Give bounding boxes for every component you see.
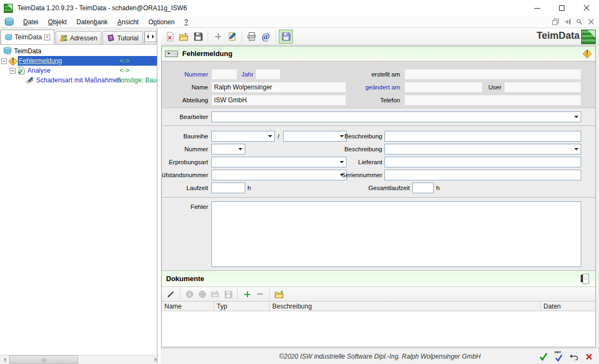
edit-note-button[interactable] xyxy=(225,30,239,44)
scrollbar-thumb[interactable] xyxy=(9,355,78,364)
plus-icon xyxy=(215,33,221,39)
window-title: TeimData 1.20.9.23 - TeimData - schaden@… xyxy=(17,4,187,12)
laufzeit-input[interactable] xyxy=(211,183,245,193)
chevron-down-icon[interactable] xyxy=(236,144,245,154)
save-document-button[interactable] xyxy=(222,288,235,300)
open-document-button[interactable] xyxy=(209,288,222,300)
cancel-icon[interactable] xyxy=(584,352,594,361)
beschreibung2-combobox[interactable] xyxy=(384,144,581,155)
chevron-down-icon[interactable] xyxy=(572,144,581,154)
save-record-button[interactable] xyxy=(191,30,205,44)
detail-section: Baureihe / Beschreibung Nummer Beschreib… xyxy=(162,125,595,197)
status-bar: ©2020 ISW industrielle Software Dipl.-In… xyxy=(161,348,599,364)
object-tab-bar: TeimData + Adressen ? Tutorial Re xyxy=(0,28,157,45)
maximize-button[interactable] xyxy=(549,0,574,16)
main-toolbar: @ TeimData xyxy=(161,28,599,45)
spellcheck-icon[interactable]: ABC xyxy=(554,352,563,361)
database-icon xyxy=(5,34,12,40)
telefon-field[interactable] xyxy=(404,95,581,106)
tab-adressen[interactable]: Adressen xyxy=(56,31,102,44)
seriennummer-label: Seriennummer xyxy=(329,170,382,180)
scroll-right-button[interactable] xyxy=(148,355,157,364)
float-window-icon[interactable] xyxy=(552,18,559,25)
pin-icon[interactable] xyxy=(576,18,583,25)
delete-record-button[interactable] xyxy=(163,30,177,44)
tree-horizontal-scrollbar[interactable] xyxy=(0,355,157,364)
user-field[interactable] xyxy=(504,82,581,93)
menu-help[interactable]: ? xyxy=(180,17,193,27)
tab-scroll-right-button[interactable] xyxy=(150,32,156,41)
chevron-down-icon[interactable] xyxy=(265,131,274,141)
nummer-combobox[interactable] xyxy=(211,144,245,155)
tab-scroll-left-button[interactable] xyxy=(145,32,150,41)
fehlermeldung-form: ::::: Fehlermeldung ! Nummer Jahr erstel… xyxy=(161,46,596,347)
collapse-icon[interactable] xyxy=(1,58,7,64)
close-icon xyxy=(583,5,590,11)
database-menu-icon[interactable] xyxy=(4,18,14,26)
erprobungsart-combobox[interactable] xyxy=(211,157,347,167)
dock-window-icon[interactable] xyxy=(564,18,571,25)
gesamtlaufzeit-input[interactable] xyxy=(412,183,434,193)
fehler-textarea[interactable] xyxy=(211,201,581,267)
lieferant-input[interactable] xyxy=(384,157,581,167)
close-button[interactable] xyxy=(574,0,599,16)
tree-item-value: Sonstige; Bau xyxy=(116,76,157,84)
pruefstandsnummer-combobox[interactable] xyxy=(211,170,347,180)
tab-tutorial[interactable]: ? Tutorial xyxy=(102,31,143,44)
menu-datei[interactable]: Datei xyxy=(18,17,43,27)
dokumente-title: Dokumente xyxy=(166,275,204,283)
menu-datenbank[interactable]: Datenbank xyxy=(72,17,113,27)
dokumente-table-body[interactable] xyxy=(162,311,595,347)
tree-item-analyse[interactable]: Analyse <-> xyxy=(0,66,157,75)
remove-document-button[interactable] xyxy=(253,288,266,300)
edit-document-button[interactable] xyxy=(164,288,177,300)
tree-item-label: Schadensart mit Maßnahmen xyxy=(36,76,121,84)
tree-item-value: <-> xyxy=(120,57,129,65)
column-header-typ[interactable]: Typ xyxy=(214,302,270,311)
toolbar-separator xyxy=(269,288,270,300)
tree-item-fehlermeldung[interactable]: ! Fehlermeldung <-> xyxy=(0,56,157,66)
column-header-daten[interactable]: Daten xyxy=(541,302,595,311)
beschreibung1-input[interactable] xyxy=(384,131,581,142)
tree-root[interactable]: TeimData xyxy=(0,46,157,56)
seriennummer-input[interactable] xyxy=(384,170,581,180)
bearbeiter-combobox[interactable] xyxy=(211,111,581,122)
menu-ansicht[interactable]: Ansicht xyxy=(113,17,143,27)
fehler-label: Fehler xyxy=(162,201,208,212)
chevron-down-icon[interactable] xyxy=(572,112,581,122)
column-header-name[interactable]: Name xyxy=(162,302,214,311)
import-folder-button[interactable] xyxy=(272,288,285,300)
baureihe-combobox-1[interactable] xyxy=(211,131,275,142)
gesamtlaufzeit-unit: h xyxy=(436,183,439,193)
menu-objekt[interactable]: Objekt xyxy=(43,17,72,27)
open-record-button[interactable] xyxy=(177,30,191,44)
info-button[interactable]: i xyxy=(183,288,196,300)
close-panel-icon[interactable] xyxy=(588,18,595,25)
validate-ok-icon[interactable] xyxy=(539,352,548,361)
column-header-beschreibung[interactable]: Beschreibung xyxy=(270,302,541,311)
erstellt-am-field[interactable] xyxy=(404,69,581,80)
add-record-button[interactable] xyxy=(211,30,225,44)
tab-teimdata[interactable]: TeimData + xyxy=(1,30,54,44)
undo-icon[interactable] xyxy=(569,352,579,361)
email-button[interactable]: @ xyxy=(259,30,273,44)
pen-paper-icon xyxy=(25,76,34,85)
collapse-icon[interactable] xyxy=(10,68,16,74)
tree-root-label: TeimData xyxy=(14,47,42,55)
bearbeiter-section: Bearbeiter xyxy=(162,108,595,125)
jahr-field[interactable] xyxy=(256,69,280,80)
expand-plus-icon[interactable]: + xyxy=(44,34,50,40)
tree-item-schadensart[interactable]: Schadensart mit Maßnahmen Sonstige; Bau xyxy=(0,75,157,85)
form-widget-icon: ::::: xyxy=(165,51,178,57)
toolbar-separator xyxy=(276,31,276,43)
abteilung-field[interactable]: ISW GmbH xyxy=(211,95,346,106)
add-document-button[interactable] xyxy=(240,288,253,300)
telefon-label: Telefon xyxy=(340,95,400,106)
print-button[interactable] xyxy=(245,30,259,44)
scroll-left-button[interactable] xyxy=(0,355,9,364)
preview-button[interactable] xyxy=(196,288,209,300)
save-commit-button[interactable] xyxy=(279,30,293,44)
name-field[interactable]: Ralph Wolpensinger xyxy=(211,82,346,93)
minimize-button[interactable] xyxy=(525,0,549,16)
menu-optionen[interactable]: Optionen xyxy=(143,17,180,27)
